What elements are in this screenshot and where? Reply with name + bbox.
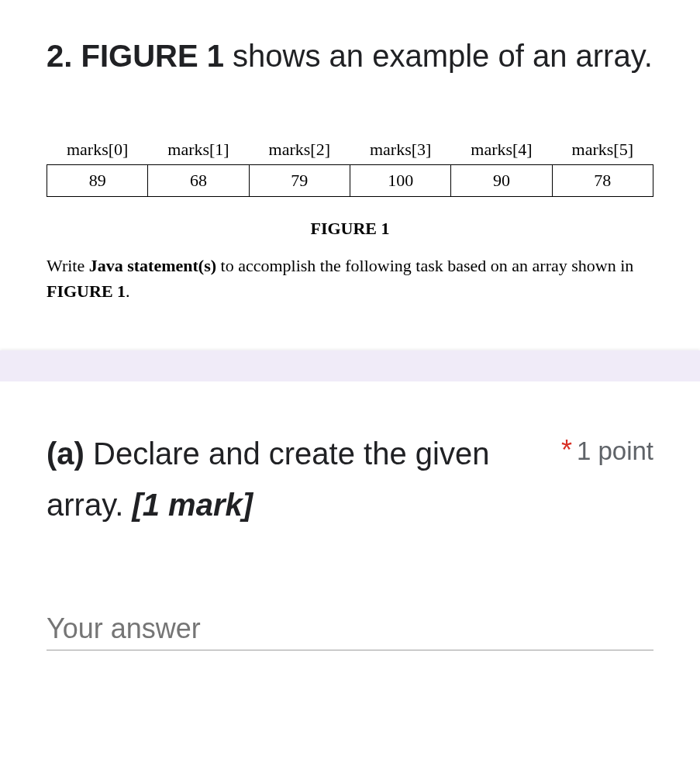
array-figure: marks[0] marks[1] marks[2] marks[3] mark… [47, 135, 653, 197]
required-star-icon: * [561, 434, 572, 466]
array-header: marks[0] [47, 135, 148, 165]
subquestion-row: (a) Declare and create the given array. … [47, 428, 653, 530]
array-cell: 68 [148, 165, 249, 197]
question-card-1: 2. FIGURE 1 shows an example of an array… [0, 0, 700, 350]
points-label: 1 point [577, 436, 653, 465]
card-separator [0, 350, 700, 381]
array-header: marks[1] [148, 135, 249, 165]
question-text: shows an example of an array. [224, 39, 653, 73]
array-header: marks[3] [350, 135, 450, 165]
array-cell: 100 [350, 165, 450, 197]
array-header: marks[2] [249, 135, 350, 165]
subquestion-label: (a) [47, 436, 84, 471]
points-indicator: *1 point [561, 428, 653, 467]
array-cell: 90 [451, 165, 552, 197]
array-cell: 89 [47, 165, 148, 197]
figure-caption: FIGURE 1 [47, 219, 653, 239]
answer-input[interactable] [47, 608, 653, 650]
question-card-2: (a) Declare and create the given array. … [0, 381, 700, 658]
subquestion-body: Declare and create the given array. [47, 436, 489, 522]
question-number: 2. FIGURE 1 [47, 39, 224, 73]
subquestion-text: (a) Declare and create the given array. … [47, 428, 530, 530]
array-value-row: 89 68 79 100 90 78 [47, 165, 653, 197]
question-heading: 2. FIGURE 1 shows an example of an array… [47, 31, 653, 81]
subquestion-marks: [1 mark] [132, 488, 253, 522]
array-table: marks[0] marks[1] marks[2] marks[3] mark… [47, 135, 653, 197]
array-header: marks[4] [451, 135, 552, 165]
array-cell: 78 [552, 165, 653, 197]
array-header-row: marks[0] marks[1] marks[2] marks[3] mark… [47, 135, 653, 165]
array-header: marks[5] [552, 135, 653, 165]
array-cell: 79 [249, 165, 350, 197]
instruction-text: Write Java statement(s) to accomplish th… [47, 253, 653, 304]
